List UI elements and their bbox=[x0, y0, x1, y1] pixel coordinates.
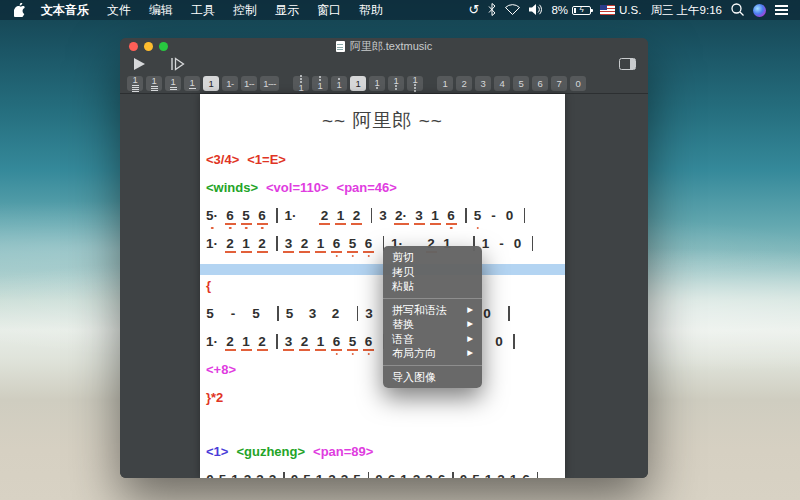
play-button[interactable] bbox=[134, 58, 145, 70]
apple-menu-icon[interactable] bbox=[12, 3, 32, 17]
note-token: 1· bbox=[206, 236, 218, 251]
note-button-6[interactable]: 6 bbox=[532, 76, 548, 91]
note-token: 0 bbox=[375, 472, 383, 478]
note-token: 3 bbox=[256, 472, 264, 478]
note-token: 1 bbox=[316, 472, 324, 478]
note-token: 2 bbox=[258, 334, 266, 349]
note-token: 2 bbox=[269, 472, 277, 478]
note-token: 1· bbox=[206, 334, 218, 349]
directive-tag: <1=E> bbox=[247, 152, 286, 167]
battery-indicator[interactable]: 8% ϟ bbox=[551, 4, 591, 16]
note-button-4[interactable]: 4 bbox=[494, 76, 510, 91]
notification-center-icon[interactable] bbox=[775, 5, 788, 15]
context-menu-item-speech[interactable]: 语音▶ bbox=[383, 332, 482, 347]
context-menu-item-substitutions[interactable]: 替换▶ bbox=[383, 317, 482, 332]
bar-line-icon bbox=[371, 208, 373, 223]
menu-bar-item-6[interactable]: 窗口 bbox=[308, 3, 350, 17]
note-button-label: 1 bbox=[318, 81, 323, 90]
note-button-0[interactable]: 0 bbox=[570, 76, 586, 91]
context-menu: 剪切拷贝粘贴拼写和语法▶替换▶语音▶布局方向▶导入图像 bbox=[383, 246, 482, 388]
context-menu-item-copy[interactable]: 拷贝 bbox=[383, 265, 482, 280]
note-token: 1· bbox=[285, 208, 297, 223]
note-token: 2 bbox=[332, 306, 340, 321]
sidebar-toggle-icon[interactable] bbox=[619, 58, 636, 70]
spotlight-search-icon[interactable] bbox=[731, 3, 744, 18]
note-64th[interactable]: 1 bbox=[127, 76, 143, 91]
note-button-7[interactable]: 7 bbox=[551, 76, 567, 91]
note-dotted-half[interactable]: 1-- bbox=[241, 76, 257, 91]
context-menu-item-spelling-and-grammar[interactable]: 拼写和语法▶ bbox=[383, 303, 482, 318]
octave-middle[interactable]: 1 bbox=[350, 76, 366, 91]
note-token: 3 bbox=[365, 306, 373, 321]
context-menu-item-import-image[interactable]: 导入图像 bbox=[383, 370, 482, 385]
note-button-5[interactable]: 5 bbox=[513, 76, 529, 91]
submenu-arrow-icon: ▶ bbox=[467, 318, 473, 331]
note-token: 5 bbox=[252, 306, 260, 321]
octave-down-2[interactable]: 1 bbox=[388, 76, 404, 91]
note-token: 2 bbox=[497, 472, 505, 478]
menu-item-label: 导入图像 bbox=[392, 371, 436, 384]
octave-up-2[interactable]: 1 bbox=[312, 76, 328, 91]
music-line: 051232051235061236051216 bbox=[206, 472, 559, 478]
note-token: 1 bbox=[431, 208, 439, 223]
wifi-icon[interactable] bbox=[505, 4, 520, 17]
menu-item-label: 语音 bbox=[392, 333, 414, 346]
bar-line-icon bbox=[465, 208, 467, 223]
note-token: - bbox=[498, 236, 506, 251]
bluetooth-icon[interactable] bbox=[488, 3, 496, 18]
note-32nd[interactable]: 1 bbox=[146, 76, 162, 91]
note-token: 0 bbox=[206, 472, 214, 478]
note-token: 1 bbox=[337, 208, 345, 223]
note-token: 2 bbox=[301, 334, 309, 349]
bar-line-icon bbox=[276, 334, 278, 349]
note-token: 1 bbox=[242, 334, 250, 349]
directive-tag: { bbox=[206, 278, 211, 293]
menu-separator bbox=[383, 298, 482, 299]
charging-bolt-icon: ϟ bbox=[579, 6, 583, 14]
note-token: 0 bbox=[506, 208, 514, 223]
menu-bar-item-2[interactable]: 编辑 bbox=[140, 3, 182, 17]
menu-bar-item-3[interactable]: 工具 bbox=[182, 3, 224, 17]
battery-icon: ϟ bbox=[572, 6, 591, 15]
directive-tag: <winds> bbox=[206, 180, 258, 195]
octave-up-3[interactable]: 1 bbox=[293, 76, 309, 91]
close-button[interactable] bbox=[129, 42, 138, 51]
context-menu-item-layout-orientation[interactable]: 布局方向▶ bbox=[383, 346, 482, 361]
note-token: 3 bbox=[425, 472, 433, 478]
note-half[interactable]: 1- bbox=[222, 76, 238, 91]
note-token: 0 bbox=[291, 472, 299, 478]
input-source-menu[interactable]: U.S. bbox=[600, 4, 641, 16]
note-button-3[interactable]: 3 bbox=[475, 76, 491, 91]
menu-bar-item-7[interactable]: 帮助 bbox=[350, 3, 392, 17]
zoom-button[interactable] bbox=[159, 42, 168, 51]
bar-line-icon bbox=[513, 334, 515, 349]
octave-down-1[interactable]: 1 bbox=[369, 76, 385, 91]
note-token: - bbox=[229, 306, 237, 321]
octave-dots-below bbox=[376, 87, 378, 89]
note-button-1[interactable]: 1 bbox=[437, 76, 453, 91]
octave-up-1[interactable]: 1 bbox=[331, 76, 347, 91]
time-machine-icon[interactable]: ↺ bbox=[469, 0, 480, 20]
octave-down-3[interactable]: 1 bbox=[407, 76, 423, 91]
context-menu-item-cut[interactable]: 剪切 bbox=[383, 250, 482, 265]
minimize-button[interactable] bbox=[144, 42, 153, 51]
note-8th[interactable]: 1 bbox=[184, 76, 200, 91]
title-bar[interactable]: 阿里郎.textmusic bbox=[120, 38, 648, 55]
menu-bar-clock[interactable]: 周三 上午9:16 bbox=[650, 3, 722, 18]
submenu-arrow-icon: ▶ bbox=[467, 333, 473, 346]
directive-tag: <1> bbox=[206, 444, 228, 459]
play-from-cursor-button[interactable] bbox=[169, 57, 185, 71]
menu-bar-item-1[interactable]: 文件 bbox=[98, 3, 140, 17]
octave-dots-below bbox=[395, 85, 397, 90]
note-quarter[interactable]: 1 bbox=[203, 76, 219, 91]
volume-icon[interactable] bbox=[529, 4, 542, 17]
menu-bar-item-5[interactable]: 显示 bbox=[266, 3, 308, 17]
note-whole[interactable]: 1--- bbox=[260, 76, 279, 91]
note-16th[interactable]: 1 bbox=[165, 76, 181, 91]
siri-icon[interactable] bbox=[753, 4, 766, 17]
note-button-label: 1 bbox=[209, 79, 214, 88]
menu-bar-item-4[interactable]: 控制 bbox=[224, 3, 266, 17]
context-menu-item-paste[interactable]: 粘贴 bbox=[383, 279, 482, 294]
note-button-2[interactable]: 2 bbox=[456, 76, 472, 91]
menu-bar-item-0[interactable]: 文本音乐 bbox=[32, 3, 98, 17]
